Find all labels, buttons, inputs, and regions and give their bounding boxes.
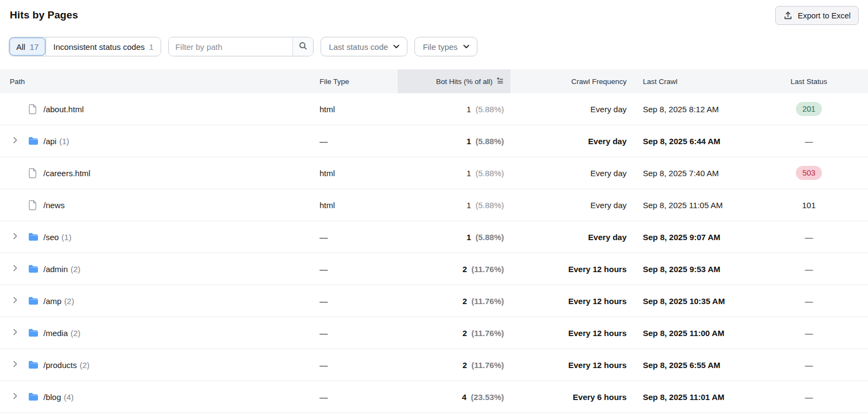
table-row[interactable]: /blog (4) — 4 (23.53%) Every 6 hours Sep… (0, 381, 868, 413)
expand-chevron-icon[interactable] (13, 265, 18, 274)
sort-icon (496, 77, 504, 86)
top-bar: Hits by Pages Export to Excel (0, 0, 868, 33)
path-child-count: (4) (64, 392, 74, 402)
filter-bar: All 17 Inconsistent status codes 1 Last … (0, 37, 868, 56)
path-label[interactable]: /media (43, 328, 68, 338)
column-header-last-crawl[interactable]: Last Crawl (633, 78, 770, 86)
path-label[interactable]: /news (43, 201, 65, 210)
last-status-cell: 201 (770, 102, 868, 116)
table-body: /about.html html 1 (5.88%) Every day Sep… (0, 93, 868, 413)
crawl-frequency-cell: Every 12 hours (510, 265, 633, 274)
bot-hits-value: 1 (467, 137, 471, 146)
bot-hits-cell: 1 (5.88%) (398, 137, 510, 146)
expand-chevron-icon[interactable] (13, 328, 18, 338)
tab-all-count: 17 (30, 42, 39, 51)
path-filter (168, 37, 314, 56)
bot-hits-percent: (5.88%) (473, 201, 504, 210)
bot-hits-percent: (5.88%) (473, 105, 504, 114)
crawl-frequency-cell: Every day (510, 105, 633, 114)
column-header-file-type[interactable]: File Type (313, 78, 398, 86)
status-empty-dash: — (805, 392, 813, 402)
status-badge: 503 (796, 166, 822, 180)
column-header-path[interactable]: Path (0, 78, 313, 86)
status-empty-dash: — (805, 265, 813, 274)
table-row[interactable]: /news html 1 (5.88%) Every day Sep 8, 20… (0, 189, 868, 221)
path-label[interactable]: /about.html (43, 105, 84, 114)
file-type-cell: — (313, 328, 398, 338)
file-type-cell: — (313, 265, 398, 274)
table-row[interactable]: /about.html html 1 (5.88%) Every day Sep… (0, 93, 868, 125)
tab-inconsistent-status-codes[interactable]: Inconsistent status codes 1 (46, 37, 161, 56)
status-empty-dash: — (805, 328, 813, 338)
table-row[interactable]: /media (2) — 2 (11.76%) Every 12 hours S… (0, 317, 868, 349)
path-cell: /seo (1) (0, 233, 313, 242)
crawl-frequency-cell: Every 12 hours (510, 328, 633, 338)
bot-hits-percent: (11.76%) (469, 265, 504, 274)
bot-hits-percent: (11.76%) (469, 296, 504, 306)
crawl-frequency-cell: Every 12 hours (510, 360, 633, 370)
search-button[interactable] (292, 37, 313, 56)
last-status-cell: — (770, 265, 868, 274)
search-icon (298, 41, 308, 52)
path-label[interactable]: /careers.html (43, 169, 91, 178)
table-row[interactable]: /products (2) — 2 (11.76%) Every 12 hour… (0, 349, 868, 381)
bot-hits-cell: 1 (5.88%) (398, 105, 510, 114)
tab-inconsistent-label: Inconsistent status codes (53, 42, 144, 51)
column-header-last-status[interactable]: Last Status (770, 78, 868, 86)
path-label[interactable]: /products (43, 360, 77, 370)
path-cell: /admin (2) (0, 265, 313, 274)
table-row[interactable]: /admin (2) — 2 (11.76%) Every 12 hours S… (0, 253, 868, 285)
path-label[interactable]: /seo (43, 233, 59, 242)
status-empty-dash: — (805, 296, 813, 306)
status-filter-tabs: All 17 Inconsistent status codes 1 (9, 37, 161, 56)
folder-icon (28, 392, 39, 401)
column-header-crawl-frequency[interactable]: Crawl Frequency (510, 78, 633, 86)
bot-hits-value: 1 (467, 105, 471, 114)
last-status-code-dropdown[interactable]: Last status code (321, 37, 407, 56)
table-row[interactable]: /seo (1) — 1 (5.88%) Every day Sep 8, 20… (0, 221, 868, 253)
table-header-row: Path File Type Bot Hits (% of all) Crawl… (0, 69, 868, 93)
path-label[interactable]: /api (43, 137, 56, 146)
file-type-cell: html (313, 201, 398, 210)
path-label[interactable]: /admin (43, 265, 68, 274)
last-crawl-cell: Sep 8, 2025 10:35 AM (633, 296, 770, 306)
export-to-excel-button[interactable]: Export to Excel (775, 6, 859, 25)
path-label[interactable]: /amp (43, 296, 61, 306)
path-cell: /media (2) (0, 328, 313, 338)
path-child-count: (1) (59, 137, 69, 146)
bot-hits-cell: 2 (11.76%) (398, 265, 510, 274)
bot-hits-cell: 1 (5.88%) (398, 201, 510, 210)
table-row[interactable]: /careers.html html 1 (5.88%) Every day S… (0, 157, 868, 189)
bot-hits-value: 1 (467, 233, 471, 242)
expand-chevron-icon[interactable] (13, 137, 18, 146)
last-crawl-cell: Sep 8, 2025 11:00 AM (633, 328, 770, 338)
last-status-cell: — (770, 328, 868, 338)
file-types-dropdown[interactable]: File types (414, 37, 477, 56)
expand-chevron-icon[interactable] (13, 233, 18, 242)
crawl-frequency-cell: Every 12 hours (510, 296, 633, 306)
bot-hits-cell: 4 (23.53%) (398, 392, 510, 402)
column-header-bot-hits[interactable]: Bot Hits (% of all) (398, 69, 510, 93)
path-cell: /about.html (0, 104, 313, 114)
path-child-count: (2) (80, 360, 90, 370)
expand-chevron-icon[interactable] (13, 360, 18, 370)
tab-all[interactable]: All 17 (9, 37, 46, 56)
path-filter-input[interactable] (169, 37, 292, 56)
path-cell: /careers.html (0, 168, 313, 178)
last-status-code-dropdown-label: Last status code (329, 42, 388, 51)
file-type-cell: — (313, 360, 398, 370)
table-row[interactable]: /api (1) — 1 (5.88%) Every day Sep 8, 20… (0, 125, 868, 157)
bot-hits-value: 2 (462, 265, 467, 274)
expand-chevron-icon[interactable] (13, 392, 18, 402)
table-row[interactable]: /amp (2) — 2 (11.76%) Every 12 hours Sep… (0, 285, 868, 317)
file-type-cell: — (313, 392, 398, 402)
file-icon (28, 104, 39, 114)
path-child-count: (2) (71, 328, 80, 338)
path-label[interactable]: /blog (43, 392, 61, 402)
bot-hits-percent: (11.76%) (469, 328, 504, 338)
expand-chevron-icon[interactable] (13, 296, 18, 306)
bot-hits-cell: 1 (5.88%) (398, 233, 510, 242)
last-status-cell: 503 (770, 166, 868, 180)
path-child-count: (1) (61, 233, 71, 242)
file-type-cell: — (313, 296, 398, 306)
